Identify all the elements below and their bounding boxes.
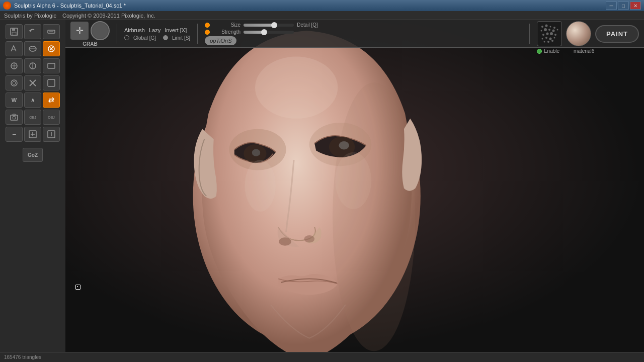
global-checkbox[interactable]	[124, 35, 129, 40]
crease-button[interactable]	[43, 24, 60, 39]
svg-point-44	[541, 38, 543, 40]
svg-point-46	[549, 38, 551, 40]
svg-point-32	[545, 25, 547, 27]
save-button[interactable]	[6, 24, 23, 39]
strength-label: Strength	[213, 29, 240, 35]
title-bar: Sculptris Alpha 6 - Sculptris_Tutorial_0…	[0, 0, 644, 11]
size-slider[interactable]	[244, 24, 294, 27]
svg-point-47	[553, 37, 555, 39]
svg-point-59	[279, 237, 291, 245]
window-controls: ─ □ ✕	[606, 2, 641, 10]
close-button[interactable]: ✕	[630, 2, 641, 10]
paint-button[interactable]: PAINT	[595, 25, 639, 43]
swap-tool[interactable]	[43, 93, 60, 108]
separator-2	[197, 24, 198, 44]
global-label[interactable]: Global [G]	[133, 35, 156, 41]
material-name: material6	[574, 48, 594, 54]
flatten-button[interactable]	[24, 41, 41, 56]
w-tool[interactable]: W	[6, 93, 23, 108]
limit-label[interactable]: Limit [S]	[172, 35, 190, 41]
inflate-button[interactable]	[6, 58, 23, 73]
svg-point-63	[255, 57, 338, 119]
strength-row: Strength	[205, 29, 522, 35]
svg-point-58	[339, 141, 349, 149]
material-sphere[interactable]	[566, 21, 591, 46]
import-obj-button[interactable]: OBJ	[43, 110, 60, 125]
size-label: Size	[213, 22, 240, 28]
smooth-button[interactable]	[43, 75, 60, 90]
left-toolbar: W ∧ OBJ OBJ − GoZ	[0, 20, 65, 352]
enable-dot	[537, 49, 542, 54]
grab-control: ✛ GRAB	[70, 21, 110, 47]
triangle-count: 165476 triangles	[4, 354, 41, 360]
draw-button[interactable]	[6, 41, 23, 56]
menu-copyright: Copyright © 2009-2011 Pixologic, Inc.	[62, 13, 155, 19]
pinch-button[interactable]	[24, 58, 41, 73]
svg-point-38	[552, 30, 554, 32]
v-tool[interactable]: ∧	[24, 93, 41, 108]
svg-rect-22	[48, 79, 55, 86]
mask-button[interactable]	[24, 75, 41, 90]
enable-label: Enable	[544, 48, 559, 54]
bm-controls: PAINT	[537, 21, 639, 46]
crease2-button[interactable]	[43, 58, 60, 73]
size-dot	[205, 23, 210, 28]
tool-row-5: W ∧	[6, 93, 60, 108]
texture-button[interactable]	[6, 75, 23, 90]
svg-rect-2	[12, 32, 16, 35]
svg-point-40	[542, 34, 544, 36]
save2-button[interactable]	[24, 127, 41, 142]
undo-button[interactable]	[24, 24, 41, 39]
svg-point-34	[553, 27, 555, 29]
grab-label: GRAB	[83, 41, 97, 47]
svg-rect-1	[12, 28, 15, 31]
svg-point-19	[13, 81, 16, 84]
tool-row-4	[6, 75, 60, 90]
app-icon	[3, 2, 11, 10]
svg-point-36	[544, 28, 547, 31]
svg-point-60	[304, 235, 315, 242]
rotation-disc[interactable]	[91, 21, 110, 40]
canvas-area[interactable]	[65, 20, 644, 352]
mode-group-bottom: Global [G] Limit [S]	[124, 35, 190, 41]
goz-button[interactable]: GoZ	[23, 148, 43, 162]
detail-label: Detail [Q]	[297, 22, 318, 28]
svg-point-35	[540, 30, 542, 32]
grab-arrows[interactable]: ✛	[70, 22, 89, 40]
minus-button[interactable]: −	[6, 127, 23, 142]
options-button[interactable]: opTiOnS	[205, 36, 236, 45]
mode-group-top: Airbrush Lazy Invert [X]	[124, 27, 190, 33]
options-row: opTiOnS	[205, 36, 522, 45]
svg-rect-17	[48, 63, 55, 68]
tool-row-6: OBJ OBJ	[6, 110, 60, 125]
maximize-button[interactable]: □	[618, 2, 629, 10]
active-tool-button[interactable]	[43, 41, 60, 56]
airbrush-label[interactable]: Airbrush	[124, 27, 145, 33]
mode-toggles: Airbrush Lazy Invert [X] Global [G] Limi…	[124, 27, 190, 41]
menu-bar: Sculptris by Pixologic Copyright © 2009-…	[0, 11, 644, 20]
lazy-label[interactable]: Lazy	[149, 27, 160, 33]
svg-point-55	[252, 149, 260, 156]
load-button[interactable]	[43, 127, 60, 142]
limit-checkbox[interactable]	[163, 35, 168, 40]
svg-point-33	[549, 26, 551, 28]
strength-dot	[205, 30, 210, 35]
minimize-button[interactable]: ─	[606, 2, 617, 10]
invert-label[interactable]: Invert [X]	[165, 27, 187, 33]
export-obj-button[interactable]: OBJ	[24, 110, 41, 125]
svg-point-52	[333, 82, 415, 351]
svg-point-43	[554, 34, 556, 36]
strength-slider[interactable]	[244, 31, 294, 34]
tool-row-1	[6, 24, 60, 39]
face-model	[116, 20, 508, 352]
camera-button[interactable]	[6, 110, 23, 125]
tool-row-7: −	[6, 127, 60, 142]
svg-point-42	[550, 32, 553, 35]
svg-point-39	[556, 29, 558, 31]
brush-preview[interactable]	[537, 21, 562, 46]
top-toolbar: ✛ GRAB Airbrush Lazy Invert [X] Global […	[65, 20, 644, 48]
svg-point-62	[335, 152, 371, 209]
svg-point-50	[551, 40, 553, 42]
tool-row-2	[6, 41, 60, 56]
svg-point-41	[546, 33, 548, 35]
